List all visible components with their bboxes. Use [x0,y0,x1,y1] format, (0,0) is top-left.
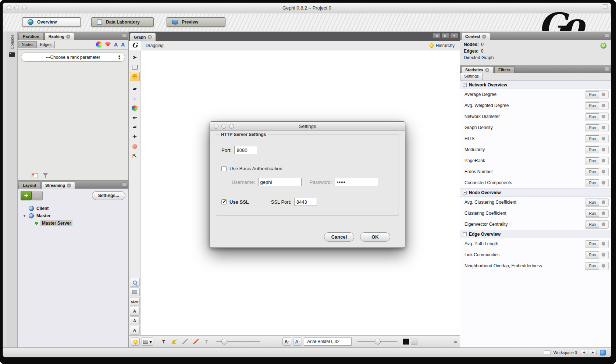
tree-item-master[interactable]: ▼ Master [23,212,128,220]
report-dot-icon[interactable] [602,126,605,129]
add-stream-button[interactable]: + [21,191,32,200]
font-field[interactable]: Arial-BoldMT, 32 [304,338,352,346]
edge-color-toggle[interactable] [191,338,200,346]
report-dot-icon[interactable] [602,148,605,151]
tab-scroll-left-icon[interactable]: ◀ [432,33,441,39]
workspace-globe-icon[interactable] [600,350,606,356]
tree-item-client[interactable]: Client [23,205,128,212]
report-dot-icon[interactable] [602,200,605,204]
heatmap-tool[interactable] [130,142,140,151]
reset-label-size-button[interactable]: A [130,326,140,335]
color-ranking-icon[interactable] [96,42,102,47]
label-size-slider-thumb[interactable] [375,339,381,345]
context-tab-close-icon[interactable]: × [482,35,486,39]
report-dot-icon[interactable] [602,211,605,215]
stream-settings-button[interactable]: Settings... [92,191,125,200]
password-input[interactable] [335,178,378,186]
edit-tool[interactable]: ⇱ [130,151,140,161]
painter-tool[interactable]: ✒ [129,83,140,94]
edge-font-button[interactable]: A· [293,338,302,346]
minimize-panel-icon[interactable] [122,182,127,186]
collapse-icon[interactable]: − [463,191,467,195]
port-input[interactable] [234,146,257,154]
rank-parameter-select[interactable]: ---Choose a rank parameter ▲▼ [21,53,125,62]
report-dot-icon[interactable] [602,159,605,163]
run-button[interactable]: Run [586,179,599,186]
report-dot-icon[interactable] [602,264,605,268]
overview-tab-button[interactable]: Overview [22,17,81,27]
run-button[interactable]: Run [586,91,599,98]
tab-partition[interactable]: Partition [19,33,43,40]
remove-stream-button[interactable]: – [32,191,43,200]
edge-weight-slider[interactable] [216,341,260,342]
preview-tab-button[interactable]: Preview [167,17,225,27]
shortest-path-tool[interactable]: ✈ [130,132,140,142]
edges-button[interactable]: Edges [37,41,55,48]
section-edge-overview[interactable]: − Edge Overview [460,230,611,238]
label-size-slider[interactable] [357,341,398,342]
report-dot-icon[interactable] [602,93,605,96]
tab-ranking[interactable]: Ranking × [44,33,74,40]
tab-filters[interactable]: Filters [494,66,514,73]
console-terminal-icon[interactable] [9,52,15,57]
minimize-panel-icon[interactable] [605,67,609,71]
collapse-icon[interactable]: − [463,83,467,87]
cancel-button[interactable]: Cancel [324,232,354,242]
reset-label-visible-button[interactable]: A [130,316,140,325]
hierarchy-toggle[interactable]: Hierarchy [430,43,455,48]
report-dot-icon[interactable] [602,137,605,140]
console-tab-label[interactable]: Console [10,35,14,49]
run-button[interactable]: Run [586,210,599,217]
reset-sizes-button[interactable]: size [130,297,140,306]
label-color-ranking-icon[interactable]: A [114,42,118,47]
report-dot-icon[interactable] [602,104,605,107]
attributes-settings-icon[interactable] [411,339,417,345]
run-button[interactable]: Run [586,240,599,247]
use-ssl-checkbox[interactable] [221,199,227,204]
filter-icon[interactable] [43,173,48,178]
workspace-next-button[interactable]: ▶ [589,350,597,355]
edge-labels-toggle[interactable] [170,338,179,346]
report-dot-icon[interactable] [602,222,605,226]
collapse-icon[interactable]: − [463,232,467,236]
nodes-button[interactable]: Nodes [18,41,37,48]
ok-button[interactable]: OK [360,232,390,242]
run-button[interactable]: Run [586,102,599,109]
edge-pencil-tool[interactable]: ✒ [129,122,140,133]
report-dot-icon[interactable] [602,115,605,118]
tab-streaming[interactable]: Streaming × [41,182,75,189]
rectangle-selection-tool[interactable] [130,62,140,72]
node-pencil-tool[interactable]: ✒ [129,112,140,123]
center-zoom-button[interactable] [130,278,140,287]
report-dot-icon[interactable] [602,242,605,246]
ranking-tab-close-icon[interactable]: × [66,35,70,39]
section-network-overview[interactable]: − Network Overview [460,81,611,89]
tab-scroll-right-icon[interactable]: ▶ [441,33,449,39]
show-edges-toggle[interactable] [181,338,189,346]
tab-layout[interactable]: Layout [19,182,40,189]
result-table-icon[interactable] [32,173,38,178]
edge-weight-slider-thumb[interactable] [221,339,227,345]
statistics-tab-close-icon[interactable]: × [485,68,489,72]
graph-tab-close-icon[interactable]: × [148,35,152,39]
run-button[interactable]: Run [586,221,599,228]
minimize-panel-icon[interactable] [605,33,609,38]
tab-statistics[interactable]: Statistics × [461,66,493,73]
basic-auth-checkbox[interactable] [221,166,227,171]
report-dot-icon[interactable] [602,253,605,257]
streaming-tab-close-icon[interactable]: × [67,183,71,188]
screenshot-dropdown-button[interactable]: ▾ [142,338,153,346]
run-button[interactable]: Run [586,135,599,142]
direct-selection-tool[interactable]: ➤ [130,53,140,62]
sizer-tool[interactable] [130,94,140,103]
data-laboratory-tab-button[interactable]: Data Laboratory [91,17,154,27]
drag-tool[interactable]: ✊ [130,72,140,81]
tree-item-master-server[interactable]: Master Server [34,220,128,227]
label-size-ranking-icon[interactable]: A [121,42,125,47]
node-labels-toggle[interactable]: T [159,338,168,346]
run-button[interactable]: Run [586,199,599,206]
minimize-panel-icon[interactable] [122,33,127,38]
collapse-toolbar-icon[interactable]: ⏏ [454,339,457,344]
run-button[interactable]: Run [586,146,599,153]
run-button[interactable]: Run [586,113,599,120]
